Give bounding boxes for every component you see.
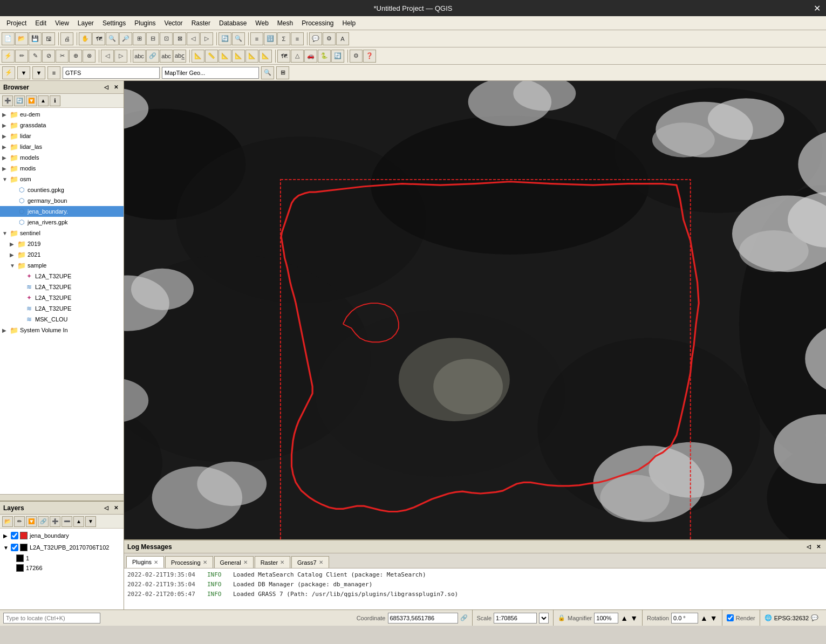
menu-item-processing[interactable]: Processing	[297, 18, 338, 28]
print-btn[interactable]: 🖨	[60, 32, 73, 45]
browser-close-icon[interactable]: ✕	[112, 83, 120, 92]
map-btn5[interactable]: 🔄	[331, 50, 344, 63]
browser-item-sample[interactable]: ▼📁sample	[0, 260, 124, 271]
edit-btn5[interactable]: ✂	[56, 50, 69, 63]
rotation-dn[interactable]: ▼	[710, 614, 718, 622]
browser-refresh-btn[interactable]: 🔄	[14, 95, 25, 106]
label-btn3[interactable]: abc	[160, 50, 173, 63]
browser-hscroll[interactable]	[0, 494, 124, 501]
map-btn1[interactable]: 🗺	[277, 50, 290, 63]
layer-check-jena-boundary-layer[interactable]	[11, 532, 18, 539]
addr-icon-4[interactable]: ≡	[47, 66, 60, 79]
rotation-up[interactable]: ▲	[700, 614, 708, 622]
layers-add-btn[interactable]: ➕	[50, 516, 60, 527]
browser-item-models[interactable]: ▶📁models	[0, 152, 124, 163]
grid-icon-btn[interactable]: ⊞	[276, 66, 289, 79]
zoom-in-btn[interactable]: 🔍	[106, 32, 119, 45]
menu-item-edit[interactable]: Edit	[31, 18, 51, 28]
log-tab-raster[interactable]: Raster✕	[255, 556, 290, 568]
log-tab-grass7[interactable]: Grass7✕	[291, 556, 329, 568]
edit-btn3[interactable]: ✎	[29, 50, 42, 63]
addr-icon-1[interactable]: ⚡	[2, 66, 15, 79]
browser-item-lidar_las[interactable]: ▶📁lidar_las	[0, 141, 124, 152]
edit-btn7[interactable]: ⊗	[83, 50, 95, 63]
log-tab-processing[interactable]: Processing✕	[165, 556, 213, 568]
text-btn[interactable]: A	[336, 32, 349, 45]
layer-item-jena-boundary-layer[interactable]: ▶jena_boundary	[0, 530, 124, 542]
locator-input[interactable]	[162, 67, 259, 79]
browser-item-counties-gpkg[interactable]: ⬡counties.gpkg	[0, 184, 124, 195]
menu-item-plugins[interactable]: Plugins	[130, 18, 160, 28]
zoom-next-btn[interactable]: ▷	[200, 32, 213, 45]
digitize-btn[interactable]: 💬	[309, 32, 322, 45]
select-btn[interactable]: ≡	[250, 32, 263, 45]
browser-item-jena-rivers[interactable]: ⬡jena_rivers.gpk	[0, 217, 124, 228]
diag-btn2[interactable]: 📏	[205, 50, 218, 63]
plugin-btn1[interactable]: ⚙	[350, 50, 363, 63]
render-checkbox[interactable]	[727, 614, 734, 621]
log-tab-plugins[interactable]: Plugins✕	[126, 556, 164, 568]
pan-btn[interactable]: ✋	[79, 32, 92, 45]
magnifier-input[interactable]	[594, 613, 618, 624]
browser-item-lidar[interactable]: ▶📁lidar	[0, 131, 124, 141]
diag-btn6[interactable]: 📐	[259, 50, 272, 63]
zoom-native-btn[interactable]: ⊠	[173, 32, 186, 45]
browser-collapse-icon[interactable]: ◁	[102, 83, 111, 92]
close-button[interactable]: ✕	[814, 3, 821, 13]
edit-btn8[interactable]: ◁	[101, 50, 114, 63]
menu-item-settings[interactable]: Settings	[98, 18, 130, 28]
diag-btn3[interactable]: 📐	[219, 50, 231, 63]
edit-btn9[interactable]: ▷	[114, 50, 127, 63]
browser-item-grassdata[interactable]: ▶📁grassdata	[0, 120, 124, 131]
menu-item-mesh[interactable]: Mesh	[273, 18, 297, 28]
menu-item-layer[interactable]: Layer	[73, 18, 98, 28]
messages-icon[interactable]: 💬	[811, 614, 818, 621]
log-close-icon[interactable]: ✕	[814, 543, 823, 551]
map-btn4[interactable]: 🐍	[318, 50, 331, 63]
edit-btn4[interactable]: ⊘	[42, 50, 55, 63]
browser-item-msk-cloud[interactable]: ≋MSK_CLOU	[0, 314, 124, 325]
addr-icon-3[interactable]: ▼	[32, 66, 45, 79]
label-btn2[interactable]: 🔗	[146, 50, 159, 63]
sum-btn[interactable]: Σ	[277, 32, 290, 45]
browser-item-l2a-t32upe-2[interactable]: ≋L2A_T32UPE	[0, 282, 124, 292]
addr-icon-2[interactable]: ▼	[17, 66, 30, 79]
diag-btn1[interactable]: 📐	[192, 50, 204, 63]
browser-item-germany-boun[interactable]: ⬡germany_boun	[0, 195, 124, 206]
layer-item-l2a-layer[interactable]: ▼L2A_T32UPB_20170706T102	[0, 542, 124, 553]
menu-item-project[interactable]: Project	[2, 18, 31, 28]
layers-up-btn[interactable]: ▲	[73, 516, 84, 527]
layers-close-icon[interactable]: ✕	[112, 504, 120, 512]
layers-filter-btn[interactable]: 🔽	[26, 516, 37, 527]
identify-btn[interactable]: 🔍	[232, 32, 245, 45]
save-as-btn[interactable]: 🖫	[42, 32, 55, 45]
browser-add-btn[interactable]: ➕	[2, 95, 13, 106]
zoom-full-btn[interactable]: ⊞	[133, 32, 146, 45]
layers-collapse-icon[interactable]: ◁	[102, 504, 111, 512]
browser-filter-btn[interactable]: 🔽	[26, 95, 37, 106]
menu-item-database[interactable]: Database	[215, 18, 251, 28]
edit-btn2[interactable]: ✏	[15, 50, 28, 63]
browser-item-eu-dem[interactable]: ▶📁eu-dem	[0, 109, 124, 120]
layers-dn-btn[interactable]: ▼	[85, 516, 96, 527]
zoom-layer-btn[interactable]: ⊡	[160, 32, 173, 45]
browser-item-2019[interactable]: ▶📁2019	[0, 238, 124, 249]
browser-item-l2a-t32upe-4[interactable]: ≋L2A_T32UPE	[0, 303, 124, 314]
browser-item-system-volume[interactable]: ▶📁System Volume In	[0, 325, 124, 335]
stats-btn[interactable]: ≡	[291, 32, 304, 45]
zoom-last-btn[interactable]: ◁	[187, 32, 200, 45]
diag-btn5[interactable]: 📐	[245, 50, 258, 63]
open-project-btn[interactable]: 📂	[15, 32, 28, 45]
attribute-btn[interactable]: 🔢	[264, 32, 277, 45]
log-tab-close-2[interactable]: ✕	[243, 559, 248, 565]
browser-item-l2a-t32upe-1[interactable]: ✦L2A_T32UPE	[0, 271, 124, 282]
gtfs-input[interactable]	[63, 67, 160, 79]
map-btn3[interactable]: 🚗	[304, 50, 317, 63]
layers-link-btn[interactable]: 🔗	[38, 516, 49, 527]
layers-edit-btn[interactable]: ✏	[14, 516, 25, 527]
menu-item-raster[interactable]: Raster	[187, 18, 215, 28]
log-collapse-icon[interactable]: ◁	[804, 543, 813, 551]
map-btn2[interactable]: △	[291, 50, 304, 63]
plugin-btn2[interactable]: ❓	[363, 50, 376, 63]
layer-check-l2a-layer[interactable]	[11, 544, 18, 551]
